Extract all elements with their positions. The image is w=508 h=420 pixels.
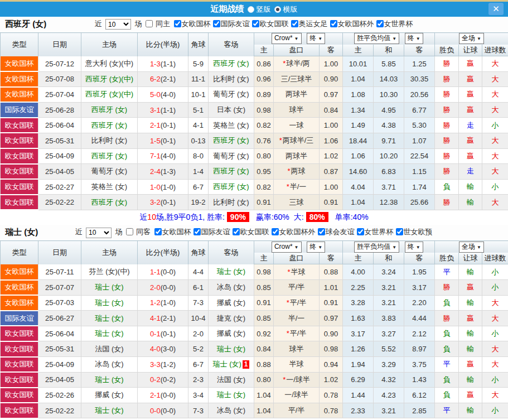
competition-filter[interactable]: 国际友谊	[211, 20, 250, 28]
handicap-outcome: 贏	[459, 71, 482, 87]
competition-checkbox[interactable]	[396, 228, 403, 235]
match-row: 欧女国联25-06-04瑞士 (女)0-1(0-1)2-0挪威 (女)0.92*…	[1, 326, 508, 341]
avg-final-dropdown[interactable]: 终▼	[405, 242, 423, 253]
competition-checkbox[interactable]	[376, 20, 384, 27]
result-outcome: 平	[435, 403, 459, 418]
match-row: 女欧国杯25-07-11芬兰 (女)(中)1-1(0-0)4-4瑞士 (女)0.…	[1, 264, 508, 280]
competition-filter[interactable]: 球会友谊	[316, 228, 355, 236]
corners: 7-3	[188, 295, 209, 311]
handicap-line: *两球半/三	[274, 133, 320, 148]
home-team: 葡萄牙 (女)	[81, 164, 138, 180]
avg-home-odds: 1.04	[343, 195, 374, 210]
close-icon[interactable]: ✕	[488, 3, 504, 15]
competition-filter[interactable]: 国际友谊	[192, 228, 230, 236]
odds-final-dropdown[interactable]: 终▼	[307, 33, 325, 44]
away-odds: 1.01	[320, 280, 343, 296]
home-odds: 0.89	[254, 87, 274, 103]
corners: 10-1	[188, 87, 209, 103]
same-home-label: 同主	[156, 20, 170, 28]
match-row: 欧女国联25-02-27英格兰 (女)1-0(1-0)6-7西班牙 (女)0.8…	[1, 179, 508, 195]
handicap-outcome: 輸	[459, 341, 482, 357]
col-handicap-result: 让球	[459, 253, 482, 264]
match-score: 6-2(2-1)	[138, 71, 188, 87]
avg-draw-odds: 6.83	[374, 164, 404, 180]
col-odds-away: 客	[320, 45, 343, 56]
col-avg-away: 客	[404, 45, 435, 56]
handicap-outcome: 輸	[459, 326, 482, 341]
horizontal-layout-radio[interactable]	[274, 6, 281, 13]
match-count-select[interactable]: 10	[86, 228, 112, 238]
avg-dropdown[interactable]: 胜平负均值▼	[354, 242, 399, 253]
avg-final-dropdown[interactable]: 终▼	[405, 33, 423, 44]
match-count-select[interactable]: 10	[105, 19, 131, 30]
competition-checkbox[interactable]	[272, 228, 279, 235]
match-date: 25-04-09	[38, 357, 81, 373]
competition-filter[interactable]: 女世界杯	[375, 20, 413, 28]
home-team: 瑞士 (女)	[81, 311, 138, 326]
competition-checkbox[interactable]	[318, 228, 325, 235]
competition-checkbox[interactable]	[174, 20, 181, 27]
corners: 6-7	[188, 357, 209, 373]
match-type-badge: 女欧国杯	[1, 71, 38, 87]
avg-home-odds: 1.08	[343, 87, 374, 103]
avg-away-odds: 6.77	[404, 102, 435, 118]
handicap-outcome: 贏	[459, 357, 482, 373]
competition-filter[interactable]: 欧女国联	[250, 20, 289, 28]
competition-filter[interactable]: 女欧国杯外	[270, 228, 316, 236]
avg-dropdown[interactable]: 胜平负均值▼	[354, 33, 399, 44]
vertical-layout-radio[interactable]	[248, 6, 254, 13]
col-odds-away: 客	[320, 253, 343, 264]
avg-away-odds: 1.95	[404, 264, 435, 280]
handicap-line: 一/球半	[274, 388, 320, 403]
horizontal-layout-label[interactable]: 横版	[283, 4, 298, 15]
avg-header: 胜平负均值▼ 终▼	[343, 33, 435, 45]
competition-checkbox[interactable]	[330, 20, 337, 27]
handicap-line: 平/半	[274, 403, 320, 418]
home-team: 西班牙 (女)(中)	[81, 71, 138, 87]
competition-filter[interactable]: 世女欧预	[394, 228, 433, 236]
competition-filter[interactable]: 女世界杯	[355, 228, 394, 236]
scope-dropdown[interactable]: 全场▼	[459, 33, 484, 44]
competition-label: 女欧国杯外	[279, 228, 316, 236]
match-score: 2-0(0-0)	[138, 280, 188, 296]
away-team: 挪威 (女)	[209, 326, 254, 341]
competition-checkbox[interactable]	[154, 228, 162, 235]
recent-results-panel: 近期战绩 竖版 横版 ✕ 西班牙 (女) 近 10 场 同主 女欧国杯国际友谊欧…	[0, 0, 508, 420]
competition-checkbox[interactable]	[233, 228, 240, 235]
match-score: 4-0(3-0)	[138, 341, 188, 357]
scope-dropdown[interactable]: 全场▼	[459, 242, 484, 253]
match-row: 欧女国联25-04-05葡萄牙 (女)2-4(1-3)1-4西班牙 (女)0.9…	[1, 164, 508, 180]
vertical-layout-label[interactable]: 竖版	[257, 4, 271, 15]
home-odds: 1.04	[254, 388, 274, 403]
home-team: 瑞士 (女)	[81, 295, 138, 311]
competition-filter[interactable]: 奥运女足	[289, 20, 328, 28]
near-label: 近	[75, 228, 82, 236]
competition-checkbox[interactable]	[213, 20, 220, 27]
odds-source-dropdown[interactable]: Crow*▼	[272, 242, 302, 253]
same-away-checkbox[interactable]	[126, 228, 133, 235]
corners: 8-0	[188, 148, 209, 164]
competition-filter[interactable]: 女欧国杯	[153, 228, 191, 236]
big-rate-badge: 80%	[306, 212, 328, 222]
result-outcome: 勝	[435, 133, 459, 148]
competition-checkbox[interactable]	[291, 20, 298, 27]
competition-filter[interactable]: 女欧国杯	[172, 20, 211, 28]
odds-final-dropdown[interactable]: 终▼	[307, 242, 325, 253]
handicap-line: 球半	[274, 341, 320, 357]
competition-checkbox[interactable]	[252, 20, 259, 27]
odds-source-dropdown[interactable]: Crow*▼	[272, 33, 302, 44]
same-home-checkbox[interactable]	[146, 20, 153, 27]
competition-checkbox[interactable]	[193, 228, 201, 235]
competition-filter[interactable]: 女欧国杯外	[328, 20, 374, 28]
col-avg-away: 客	[404, 253, 435, 264]
competition-filter[interactable]: 欧女国联	[231, 228, 269, 236]
competition-checkbox[interactable]	[357, 228, 364, 235]
handicap-line: 两球半	[274, 87, 320, 103]
home-odds: 0.82	[254, 179, 274, 195]
goals-outcome: 大	[482, 341, 508, 357]
corners: 2-3	[188, 372, 209, 388]
match-score: 7-1(4-0)	[138, 148, 188, 164]
match-row: 女欧国杯25-07-12意大利 (女)(中)1-3(1-1)5-9西班牙 (女)…	[1, 56, 508, 72]
result-outcome: 勝	[435, 164, 459, 180]
match-type-badge: 国际友谊	[1, 102, 38, 118]
